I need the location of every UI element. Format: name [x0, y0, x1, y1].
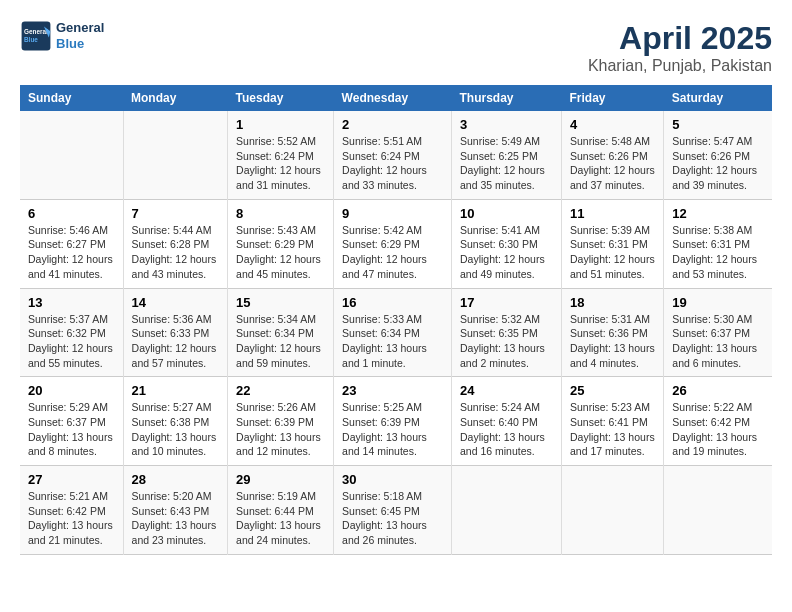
day-number: 20 — [28, 383, 115, 398]
day-info: Sunrise: 5:33 AMSunset: 6:34 PMDaylight:… — [342, 312, 443, 371]
calendar-cell: 20Sunrise: 5:29 AMSunset: 6:37 PMDayligh… — [20, 377, 123, 466]
calendar-cell: 19Sunrise: 5:30 AMSunset: 6:37 PMDayligh… — [664, 288, 772, 377]
day-number: 1 — [236, 117, 325, 132]
calendar-cell: 13Sunrise: 5:37 AMSunset: 6:32 PMDayligh… — [20, 288, 123, 377]
day-info: Sunrise: 5:26 AMSunset: 6:39 PMDaylight:… — [236, 400, 325, 459]
day-number: 19 — [672, 295, 764, 310]
calendar-week-row: 20Sunrise: 5:29 AMSunset: 6:37 PMDayligh… — [20, 377, 772, 466]
day-info: Sunrise: 5:37 AMSunset: 6:32 PMDaylight:… — [28, 312, 115, 371]
calendar-cell: 23Sunrise: 5:25 AMSunset: 6:39 PMDayligh… — [334, 377, 452, 466]
day-number: 28 — [132, 472, 220, 487]
calendar-week-row: 6Sunrise: 5:46 AMSunset: 6:27 PMDaylight… — [20, 199, 772, 288]
calendar-subtitle: Kharian, Punjab, Pakistan — [588, 57, 772, 75]
day-number: 13 — [28, 295, 115, 310]
day-info: Sunrise: 5:36 AMSunset: 6:33 PMDaylight:… — [132, 312, 220, 371]
day-number: 21 — [132, 383, 220, 398]
day-info: Sunrise: 5:52 AMSunset: 6:24 PMDaylight:… — [236, 134, 325, 193]
logo-text: General Blue — [56, 20, 104, 51]
day-number: 10 — [460, 206, 553, 221]
day-number: 6 — [28, 206, 115, 221]
day-number: 22 — [236, 383, 325, 398]
day-number: 4 — [570, 117, 655, 132]
calendar-cell — [452, 466, 562, 555]
day-number: 26 — [672, 383, 764, 398]
header-wednesday: Wednesday — [334, 85, 452, 111]
svg-text:Blue: Blue — [24, 36, 38, 43]
day-number: 5 — [672, 117, 764, 132]
calendar-cell: 14Sunrise: 5:36 AMSunset: 6:33 PMDayligh… — [123, 288, 228, 377]
calendar-cell: 21Sunrise: 5:27 AMSunset: 6:38 PMDayligh… — [123, 377, 228, 466]
calendar-cell: 5Sunrise: 5:47 AMSunset: 6:26 PMDaylight… — [664, 111, 772, 199]
day-info: Sunrise: 5:24 AMSunset: 6:40 PMDaylight:… — [460, 400, 553, 459]
calendar-cell: 10Sunrise: 5:41 AMSunset: 6:30 PMDayligh… — [452, 199, 562, 288]
calendar-cell: 6Sunrise: 5:46 AMSunset: 6:27 PMDaylight… — [20, 199, 123, 288]
day-number: 18 — [570, 295, 655, 310]
day-number: 24 — [460, 383, 553, 398]
day-info: Sunrise: 5:39 AMSunset: 6:31 PMDaylight:… — [570, 223, 655, 282]
day-number: 7 — [132, 206, 220, 221]
day-info: Sunrise: 5:20 AMSunset: 6:43 PMDaylight:… — [132, 489, 220, 548]
calendar-cell: 2Sunrise: 5:51 AMSunset: 6:24 PMDaylight… — [334, 111, 452, 199]
calendar-week-row: 27Sunrise: 5:21 AMSunset: 6:42 PMDayligh… — [20, 466, 772, 555]
day-info: Sunrise: 5:34 AMSunset: 6:34 PMDaylight:… — [236, 312, 325, 371]
day-info: Sunrise: 5:25 AMSunset: 6:39 PMDaylight:… — [342, 400, 443, 459]
calendar-cell: 27Sunrise: 5:21 AMSunset: 6:42 PMDayligh… — [20, 466, 123, 555]
day-info: Sunrise: 5:23 AMSunset: 6:41 PMDaylight:… — [570, 400, 655, 459]
page-header: General Blue General Blue April 2025 Kha… — [20, 20, 772, 75]
day-number: 23 — [342, 383, 443, 398]
calendar-cell: 4Sunrise: 5:48 AMSunset: 6:26 PMDaylight… — [562, 111, 664, 199]
header-thursday: Thursday — [452, 85, 562, 111]
day-info: Sunrise: 5:48 AMSunset: 6:26 PMDaylight:… — [570, 134, 655, 193]
day-number: 2 — [342, 117, 443, 132]
day-number: 15 — [236, 295, 325, 310]
calendar-table: SundayMondayTuesdayWednesdayThursdayFrid… — [20, 85, 772, 555]
day-info: Sunrise: 5:30 AMSunset: 6:37 PMDaylight:… — [672, 312, 764, 371]
calendar-cell — [123, 111, 228, 199]
day-number: 17 — [460, 295, 553, 310]
calendar-cell: 15Sunrise: 5:34 AMSunset: 6:34 PMDayligh… — [228, 288, 334, 377]
calendar-cell: 3Sunrise: 5:49 AMSunset: 6:25 PMDaylight… — [452, 111, 562, 199]
header-sunday: Sunday — [20, 85, 123, 111]
day-number: 16 — [342, 295, 443, 310]
header-monday: Monday — [123, 85, 228, 111]
day-info: Sunrise: 5:44 AMSunset: 6:28 PMDaylight:… — [132, 223, 220, 282]
day-number: 11 — [570, 206, 655, 221]
calendar-cell: 22Sunrise: 5:26 AMSunset: 6:39 PMDayligh… — [228, 377, 334, 466]
title-area: April 2025 Kharian, Punjab, Pakistan — [588, 20, 772, 75]
day-info: Sunrise: 5:32 AMSunset: 6:35 PMDaylight:… — [460, 312, 553, 371]
logo: General Blue General Blue — [20, 20, 104, 52]
calendar-cell: 16Sunrise: 5:33 AMSunset: 6:34 PMDayligh… — [334, 288, 452, 377]
calendar-cell: 11Sunrise: 5:39 AMSunset: 6:31 PMDayligh… — [562, 199, 664, 288]
day-info: Sunrise: 5:49 AMSunset: 6:25 PMDaylight:… — [460, 134, 553, 193]
calendar-cell: 12Sunrise: 5:38 AMSunset: 6:31 PMDayligh… — [664, 199, 772, 288]
day-info: Sunrise: 5:22 AMSunset: 6:42 PMDaylight:… — [672, 400, 764, 459]
day-info: Sunrise: 5:19 AMSunset: 6:44 PMDaylight:… — [236, 489, 325, 548]
day-number: 9 — [342, 206, 443, 221]
day-info: Sunrise: 5:46 AMSunset: 6:27 PMDaylight:… — [28, 223, 115, 282]
day-info: Sunrise: 5:29 AMSunset: 6:37 PMDaylight:… — [28, 400, 115, 459]
header-friday: Friday — [562, 85, 664, 111]
day-info: Sunrise: 5:27 AMSunset: 6:38 PMDaylight:… — [132, 400, 220, 459]
day-info: Sunrise: 5:31 AMSunset: 6:36 PMDaylight:… — [570, 312, 655, 371]
calendar-title: April 2025 — [588, 20, 772, 57]
calendar-cell: 28Sunrise: 5:20 AMSunset: 6:43 PMDayligh… — [123, 466, 228, 555]
day-info: Sunrise: 5:42 AMSunset: 6:29 PMDaylight:… — [342, 223, 443, 282]
day-number: 30 — [342, 472, 443, 487]
day-number: 14 — [132, 295, 220, 310]
day-info: Sunrise: 5:51 AMSunset: 6:24 PMDaylight:… — [342, 134, 443, 193]
calendar-cell — [20, 111, 123, 199]
calendar-cell: 17Sunrise: 5:32 AMSunset: 6:35 PMDayligh… — [452, 288, 562, 377]
calendar-week-row: 1Sunrise: 5:52 AMSunset: 6:24 PMDaylight… — [20, 111, 772, 199]
calendar-cell — [562, 466, 664, 555]
day-number: 27 — [28, 472, 115, 487]
calendar-cell: 24Sunrise: 5:24 AMSunset: 6:40 PMDayligh… — [452, 377, 562, 466]
day-info: Sunrise: 5:18 AMSunset: 6:45 PMDaylight:… — [342, 489, 443, 548]
day-info: Sunrise: 5:43 AMSunset: 6:29 PMDaylight:… — [236, 223, 325, 282]
day-info: Sunrise: 5:38 AMSunset: 6:31 PMDaylight:… — [672, 223, 764, 282]
day-info: Sunrise: 5:21 AMSunset: 6:42 PMDaylight:… — [28, 489, 115, 548]
calendar-cell: 26Sunrise: 5:22 AMSunset: 6:42 PMDayligh… — [664, 377, 772, 466]
calendar-cell: 8Sunrise: 5:43 AMSunset: 6:29 PMDaylight… — [228, 199, 334, 288]
calendar-cell: 9Sunrise: 5:42 AMSunset: 6:29 PMDaylight… — [334, 199, 452, 288]
calendar-cell: 18Sunrise: 5:31 AMSunset: 6:36 PMDayligh… — [562, 288, 664, 377]
day-info: Sunrise: 5:41 AMSunset: 6:30 PMDaylight:… — [460, 223, 553, 282]
